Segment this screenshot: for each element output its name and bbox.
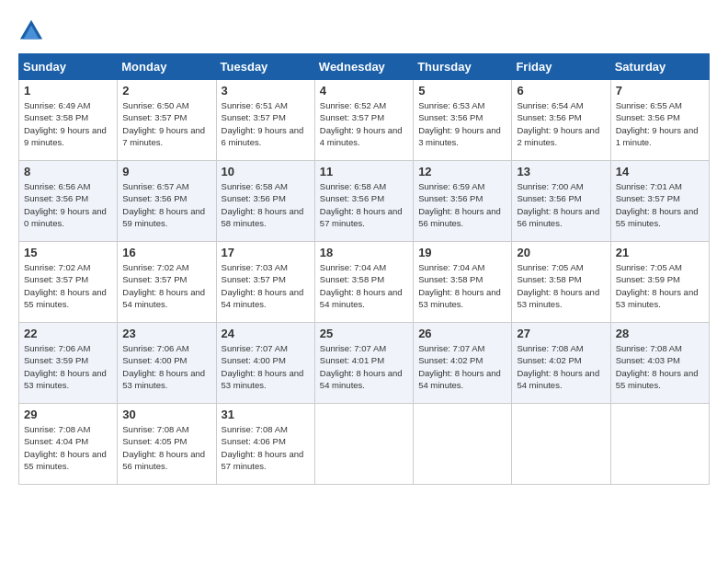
day-number: 23	[122, 327, 210, 340]
calendar-day-cell: 14 Sunrise: 7:01 AM Sunset: 3:57 PM Dayl…	[610, 161, 709, 242]
weekday-header: Saturday	[610, 54, 709, 80]
calendar-day-cell: 29 Sunrise: 7:08 AM Sunset: 4:04 PM Dayl…	[19, 404, 118, 485]
day-number: 17	[222, 246, 310, 259]
calendar-day-cell: 3 Sunrise: 6:51 AM Sunset: 3:57 PM Dayli…	[216, 80, 314, 161]
day-info: Sunrise: 6:59 AM Sunset: 3:56 PM Dayligh…	[418, 180, 506, 229]
day-info: Sunrise: 7:08 AM Sunset: 4:03 PM Dayligh…	[616, 342, 704, 391]
weekday-header: Friday	[512, 54, 610, 80]
day-info: Sunrise: 6:58 AM Sunset: 3:56 PM Dayligh…	[320, 180, 408, 229]
calendar-day-cell: 2 Sunrise: 6:50 AM Sunset: 3:57 PM Dayli…	[118, 80, 216, 161]
logo	[18, 18, 48, 44]
day-info: Sunrise: 6:51 AM Sunset: 3:57 PM Dayligh…	[222, 99, 310, 148]
day-info: Sunrise: 7:05 AM Sunset: 3:59 PM Dayligh…	[616, 261, 704, 310]
calendar-day-cell: 4 Sunrise: 6:52 AM Sunset: 3:57 PM Dayli…	[314, 80, 413, 161]
day-number: 4	[320, 84, 408, 98]
calendar-day-cell: 20 Sunrise: 7:05 AM Sunset: 3:58 PM Dayl…	[512, 242, 610, 323]
calendar-day-cell: 11 Sunrise: 6:58 AM Sunset: 3:56 PM Dayl…	[314, 161, 413, 242]
day-number: 10	[222, 165, 310, 178]
logo-icon	[18, 18, 44, 44]
day-info: Sunrise: 6:57 AM Sunset: 3:56 PM Dayligh…	[122, 180, 210, 229]
day-number: 1	[24, 84, 112, 98]
day-number: 8	[24, 165, 112, 178]
day-info: Sunrise: 7:05 AM Sunset: 3:58 PM Dayligh…	[517, 261, 605, 310]
weekday-header: Tuesday	[216, 54, 314, 80]
calendar-day-cell: 26 Sunrise: 7:07 AM Sunset: 4:02 PM Dayl…	[414, 323, 512, 404]
day-number: 21	[616, 246, 704, 259]
calendar-day-cell	[414, 404, 512, 485]
day-info: Sunrise: 7:08 AM Sunset: 4:02 PM Dayligh…	[517, 342, 605, 391]
calendar-week-row: 15 Sunrise: 7:02 AM Sunset: 3:57 PM Dayl…	[19, 242, 710, 323]
calendar-day-cell: 17 Sunrise: 7:03 AM Sunset: 3:57 PM Dayl…	[216, 242, 314, 323]
day-number: 11	[320, 165, 408, 178]
day-info: Sunrise: 6:56 AM Sunset: 3:56 PM Dayligh…	[24, 180, 112, 229]
day-info: Sunrise: 7:06 AM Sunset: 3:59 PM Dayligh…	[24, 342, 112, 391]
day-info: Sunrise: 6:54 AM Sunset: 3:56 PM Dayligh…	[517, 99, 605, 148]
day-number: 30	[122, 408, 210, 421]
day-number: 19	[418, 246, 506, 259]
day-number: 7	[616, 84, 704, 98]
calendar-day-cell: 18 Sunrise: 7:04 AM Sunset: 3:58 PM Dayl…	[314, 242, 413, 323]
day-info: Sunrise: 7:03 AM Sunset: 3:57 PM Dayligh…	[222, 261, 310, 310]
day-info: Sunrise: 7:07 AM Sunset: 4:00 PM Dayligh…	[222, 342, 310, 391]
day-number: 5	[418, 84, 506, 98]
day-number: 14	[616, 165, 704, 178]
calendar-day-cell: 22 Sunrise: 7:06 AM Sunset: 3:59 PM Dayl…	[19, 323, 118, 404]
calendar-day-cell: 16 Sunrise: 7:02 AM Sunset: 3:57 PM Dayl…	[118, 242, 216, 323]
weekday-header: Wednesday	[314, 54, 413, 80]
calendar-day-cell: 13 Sunrise: 7:00 AM Sunset: 3:56 PM Dayl…	[512, 161, 610, 242]
day-number: 29	[24, 408, 112, 421]
calendar-day-cell	[512, 404, 610, 485]
calendar-week-row: 1 Sunrise: 6:49 AM Sunset: 3:58 PM Dayli…	[19, 80, 710, 161]
day-info: Sunrise: 6:53 AM Sunset: 3:56 PM Dayligh…	[418, 99, 506, 148]
day-info: Sunrise: 7:04 AM Sunset: 3:58 PM Dayligh…	[320, 261, 408, 310]
day-number: 27	[517, 327, 605, 340]
day-info: Sunrise: 6:58 AM Sunset: 3:56 PM Dayligh…	[222, 180, 310, 229]
calendar-day-cell: 5 Sunrise: 6:53 AM Sunset: 3:56 PM Dayli…	[414, 80, 512, 161]
day-info: Sunrise: 7:02 AM Sunset: 3:57 PM Dayligh…	[122, 261, 210, 310]
calendar-day-cell: 7 Sunrise: 6:55 AM Sunset: 3:56 PM Dayli…	[610, 80, 709, 161]
day-number: 20	[517, 246, 605, 259]
day-number: 3	[222, 84, 310, 98]
calendar-day-cell: 19 Sunrise: 7:04 AM Sunset: 3:58 PM Dayl…	[414, 242, 512, 323]
day-info: Sunrise: 7:07 AM Sunset: 4:01 PM Dayligh…	[320, 342, 408, 391]
calendar-week-row: 29 Sunrise: 7:08 AM Sunset: 4:04 PM Dayl…	[19, 404, 710, 485]
day-number: 24	[222, 327, 310, 340]
calendar-day-cell: 23 Sunrise: 7:06 AM Sunset: 4:00 PM Dayl…	[118, 323, 216, 404]
day-info: Sunrise: 6:49 AM Sunset: 3:58 PM Dayligh…	[24, 99, 112, 148]
calendar-table: SundayMondayTuesdayWednesdayThursdayFrid…	[18, 53, 710, 485]
day-info: Sunrise: 7:08 AM Sunset: 4:05 PM Dayligh…	[122, 423, 210, 472]
day-number: 22	[24, 327, 112, 340]
calendar-day-cell: 27 Sunrise: 7:08 AM Sunset: 4:02 PM Dayl…	[512, 323, 610, 404]
weekday-header: Monday	[118, 54, 216, 80]
calendar-day-cell: 1 Sunrise: 6:49 AM Sunset: 3:58 PM Dayli…	[19, 80, 118, 161]
day-info: Sunrise: 7:08 AM Sunset: 4:04 PM Dayligh…	[24, 423, 112, 472]
day-number: 13	[517, 165, 605, 178]
page-header	[18, 18, 710, 44]
day-number: 16	[122, 246, 210, 259]
weekday-header: Sunday	[19, 54, 118, 80]
calendar-day-cell: 30 Sunrise: 7:08 AM Sunset: 4:05 PM Dayl…	[118, 404, 216, 485]
day-number: 18	[320, 246, 408, 259]
day-info: Sunrise: 7:06 AM Sunset: 4:00 PM Dayligh…	[122, 342, 210, 391]
calendar-day-cell: 15 Sunrise: 7:02 AM Sunset: 3:57 PM Dayl…	[19, 242, 118, 323]
day-info: Sunrise: 7:07 AM Sunset: 4:02 PM Dayligh…	[418, 342, 506, 391]
calendar-day-cell: 21 Sunrise: 7:05 AM Sunset: 3:59 PM Dayl…	[610, 242, 709, 323]
day-number: 2	[122, 84, 210, 98]
day-info: Sunrise: 7:04 AM Sunset: 3:58 PM Dayligh…	[418, 261, 506, 310]
calendar-day-cell: 6 Sunrise: 6:54 AM Sunset: 3:56 PM Dayli…	[512, 80, 610, 161]
day-number: 26	[418, 327, 506, 340]
calendar-header-row: SundayMondayTuesdayWednesdayThursdayFrid…	[19, 54, 710, 80]
calendar-day-cell: 12 Sunrise: 6:59 AM Sunset: 3:56 PM Dayl…	[414, 161, 512, 242]
calendar-week-row: 8 Sunrise: 6:56 AM Sunset: 3:56 PM Dayli…	[19, 161, 710, 242]
day-info: Sunrise: 7:00 AM Sunset: 3:56 PM Dayligh…	[517, 180, 605, 229]
day-info: Sunrise: 7:08 AM Sunset: 4:06 PM Dayligh…	[222, 423, 310, 472]
day-info: Sunrise: 6:55 AM Sunset: 3:56 PM Dayligh…	[616, 99, 704, 148]
calendar-day-cell	[314, 404, 413, 485]
calendar-day-cell: 24 Sunrise: 7:07 AM Sunset: 4:00 PM Dayl…	[216, 323, 314, 404]
day-number: 31	[222, 408, 310, 421]
weekday-header: Thursday	[414, 54, 512, 80]
day-number: 28	[616, 327, 704, 340]
calendar-day-cell: 31 Sunrise: 7:08 AM Sunset: 4:06 PM Dayl…	[216, 404, 314, 485]
day-number: 25	[320, 327, 408, 340]
day-number: 12	[418, 165, 506, 178]
